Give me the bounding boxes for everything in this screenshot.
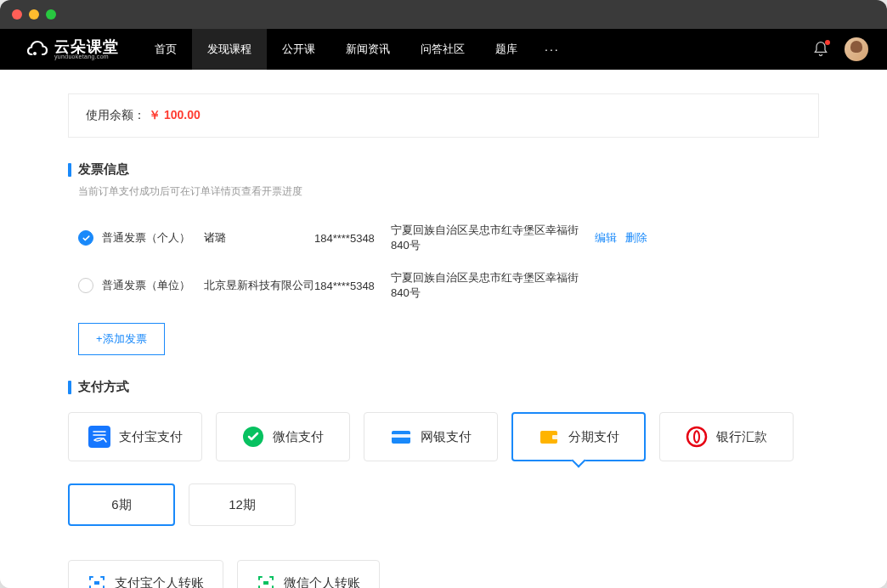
transfer-alipay[interactable]: 支付宝个人转账 <box>68 560 223 588</box>
invoice-address: 宁夏回族自治区吴忠市红寺堡区幸福街840号 <box>391 270 595 301</box>
card-icon <box>390 426 412 448</box>
period-12[interactable]: 12期 <box>189 483 296 526</box>
bracket-icon <box>257 574 275 588</box>
nav-home[interactable]: 首页 <box>139 29 192 70</box>
titlebar <box>0 0 887 29</box>
brand-name: 云朵课堂 <box>54 39 119 54</box>
wallet-icon <box>538 426 560 448</box>
pay-label: 分期支付 <box>568 429 619 445</box>
app-window: 云朵课堂 yunduoketang.com 首页 发现课程 公开课 新闻资讯 问… <box>0 0 887 588</box>
title-bar-icon <box>68 163 71 177</box>
invoice-name: 诸璐 <box>204 230 314 246</box>
pay-netbank[interactable]: 网银支付 <box>364 412 498 461</box>
delete-link[interactable]: 删除 <box>625 230 647 246</box>
payment-methods: 支付宝支付 微信支付 网银支付 分期支付 银行汇款 <box>68 412 819 461</box>
balance-box: 使用余额：￥ 100.00 <box>68 93 819 138</box>
nav-menu: 首页 发现课程 公开课 新闻资讯 问答社区 题库 ··· <box>139 29 572 70</box>
invoice-actions: 编辑 删除 <box>595 230 647 246</box>
notifications-button[interactable] <box>812 41 829 58</box>
transfer-label: 支付宝个人转账 <box>115 575 204 589</box>
nav-discover[interactable]: 发现课程 <box>192 29 267 70</box>
nav-more[interactable]: ··· <box>533 29 572 70</box>
svg-rect-8 <box>94 581 99 585</box>
invoice-radio[interactable] <box>78 230 93 246</box>
payment-title: 支付方式 <box>68 379 819 395</box>
add-invoice-button[interactable]: +添加发票 <box>78 323 165 355</box>
brand-sub: yunduoketang.com <box>54 54 119 59</box>
payment-section: 支付方式 支付宝支付 微信支付 网银支付 分期支付 <box>68 379 819 588</box>
notification-badge <box>825 40 830 45</box>
payment-title-text: 支付方式 <box>78 379 129 395</box>
pay-label: 支付宝支付 <box>119 429 183 445</box>
nav-news[interactable]: 新闻资讯 <box>331 29 405 70</box>
bracket-icon <box>88 574 106 588</box>
balance-label: 使用余额： <box>86 108 145 122</box>
svg-rect-4 <box>392 434 410 438</box>
invoice-row: 普通发票（个人） 诸璐 184****5348 宁夏回族自治区吴忠市红寺堡区幸福… <box>78 214 819 262</box>
transfer-label: 微信个人转账 <box>284 575 360 589</box>
invoice-section: 发票信息 当前订单支付成功后可在订单详情页查看开票进度 普通发票（个人） 诸璐 … <box>68 161 819 355</box>
svg-point-7 <box>687 427 706 446</box>
edit-link[interactable]: 编辑 <box>595 230 617 246</box>
nav-community[interactable]: 问答社区 <box>405 29 480 70</box>
pay-wechat[interactable]: 微信支付 <box>216 412 350 461</box>
invoice-phone: 184****5348 <box>314 232 391 245</box>
invoice-phone: 184****5348 <box>314 280 391 292</box>
page-content: 使用余额：￥ 100.00 发票信息 当前订单支付成功后可在订单详情页查看开票进… <box>0 70 887 588</box>
window-close-button[interactable] <box>12 9 22 20</box>
window-minimize-button[interactable] <box>29 9 39 20</box>
pay-banktransfer[interactable]: 银行汇款 <box>659 412 794 461</box>
period-6[interactable]: 6期 <box>68 483 175 526</box>
invoice-name: 北京昱新科技有限公司 <box>204 278 314 293</box>
transfer-wechat[interactable]: 微信个人转账 <box>237 560 380 588</box>
bank-icon <box>686 426 708 448</box>
balance-value: ￥ 100.00 <box>149 108 201 122</box>
nav-question-bank[interactable]: 题库 <box>480 29 533 70</box>
top-nav: 云朵课堂 yunduoketang.com 首页 发现课程 公开课 新闻资讯 问… <box>0 29 887 70</box>
invoice-type: 普通发票（单位） <box>102 278 204 293</box>
brand-logo[interactable]: 云朵课堂 yunduoketang.com <box>25 39 119 59</box>
invoice-address: 宁夏回族自治区吴忠市红寺堡区幸福街840号 <box>391 223 595 253</box>
invoice-title-text: 发票信息 <box>78 161 129 178</box>
cloud-icon <box>25 39 49 59</box>
check-icon <box>82 234 91 243</box>
title-bar-icon <box>68 381 71 394</box>
invoice-title: 发票信息 <box>68 161 819 178</box>
nav-open-courses[interactable]: 公开课 <box>267 29 331 70</box>
pay-alipay[interactable]: 支付宝支付 <box>68 412 202 461</box>
pay-installment[interactable]: 分期支付 <box>511 412 646 461</box>
pay-label: 银行汇款 <box>716 429 767 445</box>
svg-rect-9 <box>263 581 268 585</box>
invoice-row: 普通发票（单位） 北京昱新科技有限公司 184****5348 宁夏回族自治区吴… <box>78 262 819 309</box>
invoice-radio[interactable] <box>78 278 93 293</box>
svg-rect-1 <box>88 426 110 448</box>
pay-label: 微信支付 <box>273 429 324 445</box>
personal-transfers: 支付宝个人转账 微信个人转账 <box>68 560 819 588</box>
window-maximize-button[interactable] <box>46 9 56 20</box>
header-right <box>812 37 868 61</box>
svg-rect-6 <box>552 435 558 439</box>
installment-periods: 6期 12期 <box>68 483 819 526</box>
avatar[interactable] <box>845 37 868 61</box>
alipay-icon <box>88 426 110 448</box>
svg-point-0 <box>33 52 37 55</box>
pay-label: 网银支付 <box>421 429 472 445</box>
invoice-list: 普通发票（个人） 诸璐 184****5348 宁夏回族自治区吴忠市红寺堡区幸福… <box>78 214 819 309</box>
wechat-icon <box>242 426 264 448</box>
invoice-type: 普通发票（个人） <box>102 230 204 246</box>
invoice-subtitle: 当前订单支付成功后可在订单详情页查看开票进度 <box>78 184 819 199</box>
